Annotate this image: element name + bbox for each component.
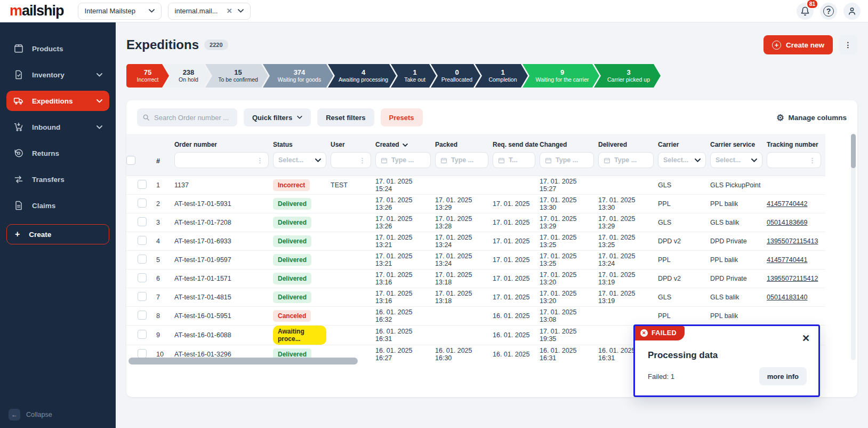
sidebar-create-button[interactable]: + Create [6, 224, 109, 244]
row-checkbox[interactable] [138, 330, 147, 339]
pipeline-stage-awaiting-processing[interactable]: 4Awaiting processing [328, 64, 396, 88]
notifications-button[interactable]: 81 [797, 3, 814, 20]
tracking-link[interactable]: 13955072115412 [767, 275, 818, 282]
vertical-scrollbar-thumb[interactable] [851, 134, 856, 168]
manage-columns-button[interactable]: ⚙ Manage columns [776, 113, 847, 123]
cell-created: 17. 01. 2025 13:21 [375, 250, 435, 269]
tracking-link[interactable]: 41457740442 [767, 200, 807, 208]
filter-status-select[interactable]: Select... [273, 152, 326, 168]
sidebar-item-expeditions[interactable]: Expeditions [6, 91, 109, 111]
col-carrier[interactable]: Carrier [658, 134, 710, 152]
col-delivered[interactable]: Delivered [598, 134, 658, 152]
pipeline-stage-preallocated[interactable]: 0Preallocated [431, 64, 480, 88]
filter-carrier-service-select[interactable]: Select... [710, 152, 762, 168]
tracking-link[interactable]: 13955072115413 [767, 237, 818, 245]
filter-menu-icon[interactable]: ⋮ [809, 156, 816, 164]
col-created[interactable]: Created [375, 134, 435, 152]
col-tracking-number[interactable]: Tracking number [767, 134, 825, 152]
help-button[interactable]: ? [820, 3, 837, 20]
filter-menu-icon[interactable]: ⋮ [256, 156, 263, 164]
row-checkbox[interactable] [138, 273, 147, 282]
filter-req-send-date[interactable]: T... [493, 152, 535, 168]
presets-button[interactable]: Presets [381, 108, 423, 126]
cell-carrier-service: GLS balik [710, 288, 767, 306]
sidebar-item-inbound[interactable]: Inbound [6, 117, 109, 137]
sidebar-item-products[interactable]: Products [6, 38, 109, 59]
col-user[interactable]: User [331, 134, 375, 152]
row-checkbox[interactable] [138, 217, 147, 226]
filter-delivered-date[interactable]: Type ... [598, 152, 654, 168]
col-carrier-service[interactable]: Carrier service [710, 134, 767, 152]
cell-delivered: 17. 01. 2025 13:24 [598, 250, 658, 269]
row-checkbox[interactable] [138, 255, 147, 264]
status-badge: Delivered [273, 217, 311, 228]
col-order-number[interactable]: Order number [174, 134, 273, 152]
pipeline-stage-waiting-for-goods[interactable]: 374Waiting for goods [263, 64, 333, 88]
cell-status: Canceled [273, 306, 331, 325]
filter-order-number-input[interactable]: ⋮ [174, 152, 269, 168]
row-checkbox[interactable] [138, 199, 147, 208]
arrow-left-icon: ← [9, 409, 20, 421]
horizontal-scrollbar[interactable] [128, 358, 358, 364]
table-row[interactable]: 11137IncorrectTEST17. 01. 2025 15:2417. … [126, 176, 825, 194]
select-all-checkbox[interactable] [126, 156, 135, 165]
col-packed[interactable]: Packed [435, 134, 493, 152]
filter-menu-icon[interactable]: ⋮ [359, 156, 366, 164]
search-input[interactable]: Search Order number ... [137, 108, 237, 126]
pipeline-stage-waiting-for-the-carrier[interactable]: 9Waiting for the carrier [523, 64, 599, 88]
collapse-sidebar-button[interactable]: ← Collapse [9, 409, 52, 421]
table-row[interactable]: 5AT-test-17-01-9597Delivered17. 01. 2025… [126, 250, 825, 269]
row-number-header: # [156, 157, 160, 165]
filter-changed-date[interactable]: Type ... [540, 152, 594, 168]
filter-user-input[interactable]: ⋮ [331, 152, 371, 168]
pipeline-stage-carrier-picked-up[interactable]: 3Carrier picked up [594, 64, 661, 88]
tracking-link[interactable]: 05014183669 [767, 219, 807, 226]
col-req-send-date[interactable]: Req. send date [493, 134, 540, 152]
tracking-link[interactable]: 41457740441 [767, 256, 807, 264]
pipeline-stage-completion[interactable]: 1Completion [475, 64, 528, 88]
active-filter-tag[interactable]: internal.mail... ✕ [168, 3, 251, 20]
user-menu-button[interactable] [843, 3, 861, 20]
pipeline-stage-to-be-confirmed[interactable]: 15To be confirmed [205, 64, 268, 88]
workspace-select[interactable]: Internal Mailstep [78, 3, 162, 20]
cell-tracking [767, 176, 825, 194]
create-new-button[interactable]: + Create new [763, 35, 833, 54]
table-row[interactable]: 3AT-test-17-01-7208Delivered17. 01. 2025… [126, 213, 825, 232]
row-checkbox[interactable] [138, 311, 147, 320]
tracking-link[interactable]: 05014183140 [767, 294, 807, 301]
cell-user [331, 288, 375, 306]
filter-tracking-input[interactable]: ⋮ [767, 152, 821, 168]
table-row[interactable]: 8AT-test-16-01-5951Canceled16. 01. 2025 … [126, 306, 825, 325]
pipeline-stage-take-out[interactable]: 1Take out [391, 64, 436, 88]
reset-filters-button[interactable]: Reset filters [317, 108, 374, 126]
table-row[interactable]: 6AT-test-17-01-1571Delivered17. 01. 2025… [126, 269, 825, 288]
cell-packed: 17. 01. 2025 13:18 [435, 269, 493, 288]
row-checkbox[interactable] [138, 349, 147, 358]
more-info-button[interactable]: more info [759, 367, 807, 385]
pipeline-stage-on-hold[interactable]: 238On hold [164, 64, 211, 88]
cell-req-send-date: 16. 01. 2025 [493, 306, 540, 325]
row-checkbox[interactable] [138, 236, 147, 245]
vertical-scrollbar-track[interactable] [851, 134, 856, 360]
row-checkbox[interactable] [138, 180, 147, 189]
close-icon[interactable]: ✕ [802, 332, 810, 344]
sidebar-item-transfers[interactable]: Transfers [6, 169, 109, 189]
more-actions-button[interactable]: ⋮ [839, 35, 857, 54]
filter-created-date[interactable]: Type ... [375, 152, 431, 168]
sidebar-item-inventory[interactable]: Inventory [6, 65, 109, 85]
table-row[interactable]: 4AT-test-17-01-6933Delivered17. 01. 2025… [126, 232, 825, 250]
filter-carrier-select[interactable]: Select... [658, 152, 706, 168]
sidebar-item-returns[interactable]: Returns [6, 143, 109, 163]
remove-tag-icon[interactable]: ✕ [227, 7, 232, 15]
table-row[interactable]: 2AT-test-17-01-5931Delivered17. 01. 2025… [126, 194, 825, 213]
mailship-logo[interactable]: mailship [10, 3, 64, 19]
filter-packed-date[interactable]: Type ... [435, 152, 488, 168]
quick-filters-button[interactable]: Quick filters [244, 108, 311, 126]
pipeline-stage-incorrect[interactable]: 75Incorrect [126, 64, 169, 88]
table-row[interactable]: 7AT-test-17-01-4815Delivered17. 01. 2025… [126, 288, 825, 306]
sidebar-item-claims[interactable]: Claims [6, 195, 109, 216]
row-checkbox[interactable] [138, 292, 147, 301]
col-changed[interactable]: Changed [540, 134, 598, 152]
cell-delivered: 17. 01. 2025 13:29 [598, 213, 658, 232]
col-status[interactable]: Status [273, 134, 331, 152]
